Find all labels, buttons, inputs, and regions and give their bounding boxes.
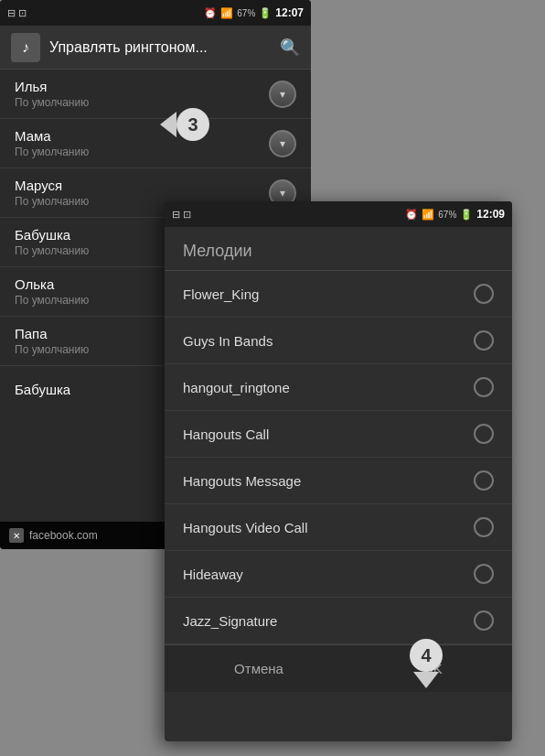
music-app-icon: ♪	[11, 33, 40, 62]
annotation-number-3: 3	[176, 108, 209, 141]
front-notification-icons: ⊟ ⊡	[172, 209, 191, 221]
melody-item-jazz-signature[interactable]: Jazz_Signature	[165, 598, 512, 644]
contact-name-marusya: Маруся	[15, 178, 89, 193]
melody-item-hangouts-message[interactable]: Hangouts Message	[165, 458, 512, 504]
melody-item-flower-king[interactable]: Flower_King	[165, 271, 512, 318]
melody-item-guys-in-bands[interactable]: Guys In Bands	[165, 318, 512, 364]
close-facebook-button[interactable]: ✕	[9, 528, 24, 543]
front-battery-icon: 🔋	[460, 209, 473, 221]
contact-name-babushka1: Бабушка	[15, 227, 89, 243]
contact-sub-mama: По умолчанию	[15, 146, 89, 158]
front-status-bar: ⊟ ⊡ ⏰ 📶 67% 🔋 12:09	[165, 201, 512, 227]
melody-name-hangouts-message: Hangouts Message	[183, 473, 301, 489]
wifi-icon: 📶	[220, 7, 233, 19]
radio-hangouts-call[interactable]	[474, 424, 494, 444]
contact-sub-babushka1: По умолчанию	[15, 244, 89, 257]
melody-item-hangout-ringtone[interactable]: hangout_ringtone	[165, 364, 512, 411]
contact-name-ilya: Илья	[15, 79, 89, 94]
arrow-left-icon	[160, 112, 176, 137]
annotation-3: 3	[160, 108, 209, 141]
melody-item-hideaway[interactable]: Hideaway	[165, 551, 512, 598]
facebook-url: facebook.com	[29, 529, 98, 542]
back-time: 12:07	[275, 6, 304, 19]
contact-item-ilya[interactable]: Илья По умолчанию ▾	[0, 70, 311, 119]
melody-name-hangouts-video-call: Hangouts Video Call	[183, 520, 307, 535]
front-wifi-icon: 📶	[422, 209, 434, 221]
contact-sub-papa: По умолчанию	[15, 343, 89, 356]
melody-name-flower-king: Flower_King	[183, 286, 259, 302]
radio-hangouts-message[interactable]	[474, 470, 494, 491]
annotation-number-4: 4	[410, 639, 443, 672]
dropdown-btn-mama[interactable]: ▾	[269, 130, 296, 157]
app-bar: ♪ Управлять рингтоном... 🔍	[0, 26, 311, 70]
back-status-bar: ⊟ ⊡ ⏰ 📶 67% 🔋 12:07	[0, 0, 311, 26]
radio-guys-in-bands[interactable]	[474, 330, 494, 351]
front-status-right: ⏰ 📶 67% 🔋 12:09	[405, 208, 505, 221]
front-screen: ⊟ ⊡ ⏰ 📶 67% 🔋 12:09 Мелодии Flower_King …	[165, 201, 512, 741]
melody-name-hangouts-call: Hangouts Call	[183, 427, 269, 442]
back-status-left: ⊟ ⊡	[7, 7, 27, 19]
radio-flower-king[interactable]	[474, 284, 494, 304]
radio-jazz-signature[interactable]	[474, 610, 494, 631]
contact-sub-olka: По умолчанию	[15, 294, 89, 307]
back-notification-icons: ⊟ ⊡	[7, 7, 27, 19]
melody-item-hangouts-video-call[interactable]: Hangouts Video Call	[165, 504, 512, 551]
contact-item-mama[interactable]: Мама По умолчанию ▾	[0, 119, 311, 168]
dropdown-btn-ilya[interactable]: ▾	[269, 81, 296, 108]
radio-hideaway[interactable]	[474, 564, 494, 584]
front-signal-percent: 67%	[438, 210, 456, 220]
front-alarm-icon: ⏰	[405, 209, 418, 221]
melody-item-hangouts-call[interactable]: Hangouts Call	[165, 411, 512, 458]
contact-name-papa: Папа	[15, 326, 89, 341]
radio-hangouts-video-call[interactable]	[474, 517, 494, 537]
radio-hangout-ringtone[interactable]	[474, 377, 494, 397]
melody-header: Мелодии	[165, 227, 512, 271]
front-time: 12:09	[476, 208, 505, 221]
contact-name-babushka2: Бабушка	[15, 382, 70, 397]
cancel-button[interactable]: Отмена	[207, 652, 311, 686]
melody-name-hideaway: Hideaway	[183, 567, 243, 582]
contact-name-mama: Мама	[15, 128, 89, 144]
annotation-4: 4	[410, 639, 443, 688]
signal-bars: 67%	[237, 8, 255, 18]
battery-icon: 🔋	[259, 7, 272, 19]
app-bar-title: Управлять рингтоном...	[49, 39, 271, 56]
contact-sub-ilya: По умолчанию	[15, 96, 89, 109]
front-status-left: ⊟ ⊡	[172, 209, 191, 221]
back-status-right: ⏰ 📶 67% 🔋 12:07	[204, 6, 304, 19]
dialog-bottom-bar: Отмена OK	[165, 644, 512, 692]
melody-name-guys-in-bands: Guys In Bands	[183, 333, 272, 349]
arrow-down-icon	[413, 672, 439, 688]
search-icon[interactable]: 🔍	[280, 38, 300, 58]
contact-name-olka: Олька	[15, 276, 89, 292]
melody-list: Flower_King Guys In Bands hangout_ringto…	[165, 271, 512, 644]
contact-sub-marusya: По умолчанию	[15, 195, 89, 208]
melody-name-jazz-signature: Jazz_Signature	[183, 613, 277, 629]
alarm-icon: ⏰	[204, 7, 217, 19]
melody-name-hangout-ringtone: hangout_ringtone	[183, 380, 290, 395]
